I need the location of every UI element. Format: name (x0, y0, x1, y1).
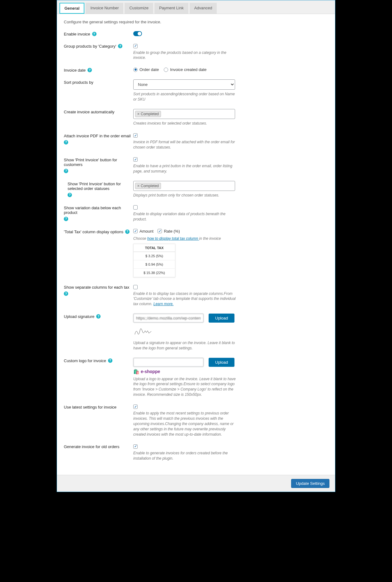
toggle-enable-invoice[interactable] (133, 31, 142, 36)
checkbox-attach-pdf[interactable] (133, 133, 138, 138)
label-show-print-selected: Show 'Print Invoice' button for selected… (68, 182, 133, 191)
logo-name: e-shoppe (141, 369, 160, 374)
checkbox-group-products[interactable] (133, 44, 138, 48)
helper-upload-signature: Upload a signature to appear on the invo… (133, 340, 239, 351)
tab-advanced[interactable]: Advanced (190, 3, 217, 14)
label-attach-pdf: Attach invoice PDF in the order email (64, 134, 131, 138)
tabs: General Invoice Number Customize Payment… (57, 0, 335, 14)
tax-row: $ 3.25 (5%) (134, 252, 175, 260)
intro-text: Configure the general settings required … (64, 20, 328, 24)
tag-completed: × Completed (135, 111, 161, 117)
checkbox-separate-cols[interactable] (133, 285, 138, 289)
tab-general[interactable]: General (59, 3, 84, 14)
checkbox-generate-old[interactable] (133, 444, 138, 449)
help-icon[interactable]: ? (64, 217, 68, 221)
select-sort-products[interactable]: None (133, 79, 235, 90)
label-create-auto: Create invoice automatically (64, 110, 115, 114)
radio-invoice-created-label: Invoice created date (170, 67, 206, 72)
row-invoice-date: Invoice date ? Order date Invoice create… (64, 67, 328, 73)
radio-invoice-created[interactable] (164, 68, 168, 72)
tab-invoice-number[interactable]: Invoice Number (86, 3, 123, 14)
tagbox-show-print-selected[interactable]: × Completed (133, 181, 235, 191)
tab-customize[interactable]: Customize (125, 3, 153, 14)
tax-row: $ 15.38 (22%) (134, 269, 175, 277)
update-settings-button[interactable]: Update Settings (291, 479, 329, 488)
radio-order-date-label: Order date (139, 67, 159, 72)
help-icon[interactable]: ? (92, 32, 97, 36)
row-sort-products: Sort products by None Sort products in a… (64, 79, 328, 102)
tag-completed: × Completed (135, 183, 161, 189)
tax-table-preview: TOTAL TAX $ 3.25 (5%) $ 0.94 (5%) $ 15.3… (133, 244, 175, 277)
help-icon[interactable]: ? (68, 193, 72, 197)
help-icon[interactable]: ? (64, 169, 68, 173)
label-generate-old: Generate invoice for old orders (64, 444, 119, 449)
help-icon[interactable]: ? (64, 291, 68, 296)
row-show-print: Show 'Print Invoice' button for customer… (64, 157, 328, 174)
input-logo-url[interactable] (133, 358, 204, 367)
row-show-print-selected: Show 'Print Invoice' button for selected… (64, 181, 328, 198)
label-tax-amount: Amount (139, 229, 153, 234)
help-icon[interactable]: ? (125, 229, 130, 234)
tab-payment-link[interactable]: Payment Link (154, 3, 188, 14)
logo-preview: 🛍️ e-shoppe (133, 369, 239, 375)
row-custom-logo: Custom logo for invoice ? Upload 🛍️ e-sh… (64, 358, 328, 397)
content: Configure the general settings required … (57, 14, 335, 475)
help-icon[interactable]: ? (108, 358, 112, 363)
help-icon[interactable]: ? (87, 68, 92, 72)
helper-latest-settings: Enable to apply the most recent settings… (133, 411, 239, 437)
label-upload-signature: Upload signature (64, 314, 94, 319)
label-custom-logo: Custom logo for invoice (64, 358, 106, 363)
tax-table-header: TOTAL TAX (134, 244, 175, 252)
helper-generate-old: Enable to generate invoices for orders c… (133, 451, 239, 461)
link-learn-more[interactable]: Learn more. (153, 302, 174, 306)
label-show-variation: Show variation data below each product (64, 206, 133, 215)
help-icon[interactable]: ? (96, 314, 101, 319)
tax-row: $ 0.94 (5%) (134, 260, 175, 269)
checkbox-tax-rate[interactable] (158, 229, 162, 233)
input-signature-url[interactable] (133, 314, 204, 323)
row-separate-cols: Show separate columns for each tax ? Ena… (64, 284, 328, 307)
checkbox-show-variation[interactable] (133, 205, 138, 210)
label-show-print: Show 'Print Invoice' button for customer… (64, 158, 133, 167)
label-invoice-date: Invoice date (64, 68, 86, 73)
tagbox-create-auto[interactable]: × Completed (133, 109, 235, 119)
helper-show-variation: Enable to display variation data of prod… (133, 211, 239, 222)
tag-remove-icon[interactable]: × (137, 112, 139, 116)
label-separate-cols: Show separate columns for each tax (64, 285, 129, 290)
label-enable-invoice: Enable invoice (64, 32, 90, 36)
label-latest-settings: Use latest settings for invoice (64, 405, 116, 409)
row-generate-old: Generate invoice for old orders Enable t… (64, 444, 328, 461)
helper-sort-products: Sort products in ascending/descending or… (133, 92, 239, 102)
upload-logo-button[interactable]: Upload (209, 358, 234, 367)
label-sort-products: Sort products by (64, 80, 93, 85)
row-latest-settings: Use latest settings for invoice Enable t… (64, 404, 328, 437)
label-group-products: Group products by 'Category' (64, 44, 116, 49)
radio-order-date[interactable] (133, 68, 138, 72)
checkbox-latest-settings[interactable] (133, 405, 138, 409)
tag-remove-icon[interactable]: × (137, 184, 139, 188)
helper-group-products: Enable to group the products based on a … (133, 50, 239, 61)
help-icon[interactable]: ? (64, 140, 68, 144)
upload-signature-button[interactable]: Upload (209, 314, 234, 323)
row-create-auto: Create invoice automatically × Completed… (64, 109, 328, 126)
helper-custom-logo: Upload a logo to appear on the invoice. … (133, 376, 239, 397)
helper-total-tax: Choose how to display total tax column i… (133, 236, 239, 241)
signature-preview (133, 325, 155, 338)
checkbox-tax-amount[interactable] (133, 229, 138, 233)
helper-separate-cols: Enable it to to display tax classes in s… (133, 291, 239, 307)
link-total-tax[interactable]: how to display total tax column (147, 236, 199, 241)
helper-attach-pdf: Invoice in PDF format will be attached w… (133, 140, 239, 150)
row-total-tax: 'Total Tax' column display options ? Amo… (64, 229, 328, 277)
label-tax-rate: Rate (%) (164, 229, 180, 234)
help-icon[interactable]: ? (118, 44, 122, 48)
label-total-tax: 'Total Tax' column display options (64, 229, 123, 234)
row-attach-pdf: Attach invoice PDF in the order email ? … (64, 133, 328, 150)
footer: Update Settings (57, 475, 335, 492)
tag-label: Completed (141, 184, 159, 188)
checkbox-show-print[interactable] (133, 157, 138, 162)
helper-create-auto: Creates invoices for selected order stat… (133, 121, 239, 126)
tag-label: Completed (141, 112, 159, 116)
row-upload-signature: Upload signature ? Upload Upload a signa… (64, 314, 328, 351)
row-group-products: Group products by 'Category' ? Enable to… (64, 43, 328, 60)
helper-show-print-selected: Displays print button only for chosen or… (133, 193, 239, 198)
